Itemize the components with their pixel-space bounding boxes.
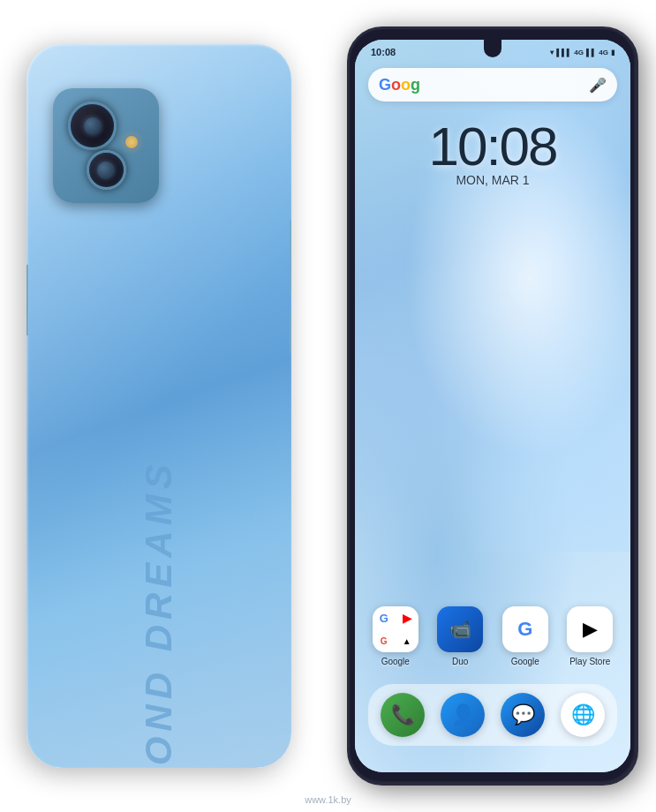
contacts-icon: 👤 — [441, 693, 485, 737]
status-icons: ▾ ▌▌▌ 4G ▌▌ 4G ▮ — [550, 49, 615, 56]
lte-icon: 4G — [574, 49, 584, 56]
cluster-drive-icon: ▲ — [396, 629, 418, 652]
status-time: 10:08 — [371, 47, 396, 57]
cluster-g-icon: G — [373, 606, 396, 629]
back-power-button — [290, 221, 291, 291]
play-store-icon: ▶ — [567, 606, 613, 652]
list-item[interactable]: G Google — [498, 606, 553, 666]
back-left-button — [26, 265, 28, 335]
dock-contacts[interactable]: 👤 — [441, 693, 485, 737]
duo-label: Duo — [452, 657, 468, 666]
play-store-label: Play Store — [569, 657, 610, 666]
phone-screen: 10:08 ▾ ▌▌▌ 4G ▌▌ 4G ▮ Goog 🎤 10: — [355, 40, 630, 772]
power-button — [636, 206, 638, 259]
list-item[interactable]: G ▶ G ▲ Google — [368, 606, 423, 666]
camera-flash — [124, 134, 139, 150]
google-apps-cluster-icon: G ▶ G ▲ — [373, 606, 418, 652]
camera-module — [53, 88, 159, 203]
list-item[interactable]: 📹 Duo — [434, 606, 488, 666]
volume-down-button — [347, 237, 350, 289]
google-search-label: Google — [511, 657, 539, 666]
clock-widget: 10:08 MON, MAR 1 — [355, 115, 630, 187]
phone-icon: 📞 — [381, 693, 425, 737]
google-search-icon: G — [502, 606, 548, 652]
dock-chrome[interactable]: 🌐 — [561, 693, 605, 737]
google-logo: Goog — [379, 76, 420, 94]
app-grid: G ▶ G ▲ Google — [368, 606, 617, 666]
phone-tagline: BEYOND DREAMS — [138, 459, 180, 768]
signal-icon: ▌▌▌ — [556, 49, 571, 56]
front-camera-notch — [484, 40, 501, 57]
clock-date: MON, MAR 1 — [355, 173, 630, 187]
back-volume-button — [290, 309, 291, 353]
cluster-google-icon: G — [373, 629, 396, 652]
scene: BEYOND DREAMS 10:08 ▾ ▌▌▌ 4G ▌▌ 4G ▮ — [0, 0, 656, 812]
main-camera-lens — [68, 102, 117, 150]
search-bar[interactable]: Goog 🎤 — [368, 68, 617, 102]
lte2-icon: 4G — [599, 49, 608, 56]
dock: 📞 👤 💬 🌐 — [368, 684, 617, 746]
battery-icon: ▮ — [611, 49, 615, 56]
messages-icon: 💬 — [501, 693, 545, 737]
duo-icon: 📹 — [437, 606, 483, 652]
watermark: www.1k.by — [0, 794, 656, 805]
signal2-icon: ▌▌ — [586, 49, 596, 56]
secondary-camera-lens — [87, 150, 126, 190]
google-apps-label: Google — [381, 657, 410, 666]
dock-messages[interactable]: 💬 — [501, 693, 545, 737]
clock-time: 10:08 — [355, 115, 630, 177]
phone-front: 10:08 ▾ ▌▌▌ 4G ▌▌ 4G ▮ Goog 🎤 10: — [347, 26, 638, 786]
list-item[interactable]: ▶ Play Store — [563, 606, 618, 666]
phone-back: BEYOND DREAMS — [26, 44, 291, 768]
dock-phone[interactable]: 📞 — [381, 693, 425, 737]
chrome-icon: 🌐 — [561, 693, 605, 737]
volume-up-button — [347, 188, 350, 223]
voice-search-icon[interactable]: 🎤 — [589, 77, 607, 94]
cluster-youtube-icon: ▶ — [396, 606, 418, 629]
wifi-icon: ▾ — [550, 49, 554, 56]
